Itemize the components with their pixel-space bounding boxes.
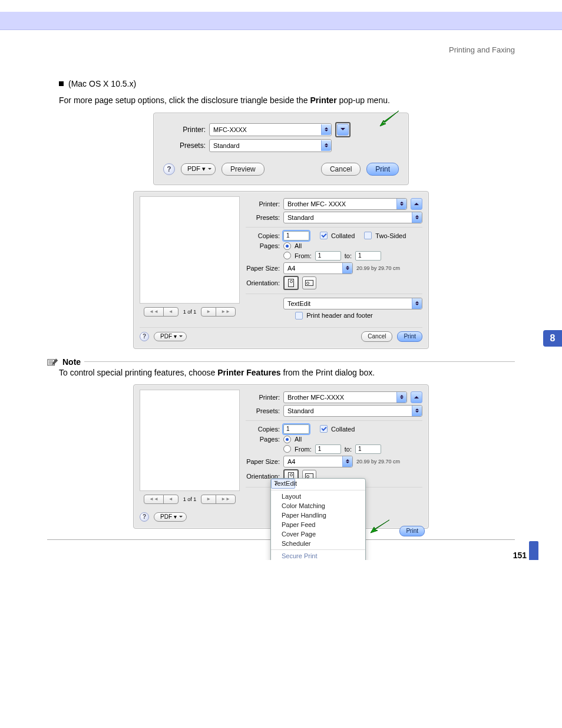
pages-all-label: All [295,436,302,443]
print-dialog-features-menu: ◄◄◄ 1 of 1 ►►► ? PDF ▾ Printer: Brother … [133,384,429,529]
menu-item[interactable]: Color Matching [271,501,365,510]
paper-size-dimensions: 20.99 by 29.70 cm [356,459,400,465]
paper-size-popup[interactable]: A4 [283,262,353,274]
print-button[interactable]: Print [397,331,422,342]
pages-all-label: All [295,242,302,249]
pages-label: Pages: [246,436,280,443]
preview-next-seg[interactable]: ►►► [201,495,236,504]
pages-from-label: From: [295,446,312,453]
pages-range-radio[interactable] [283,252,291,259]
pages-to-label: to: [345,446,352,453]
print-button[interactable]: Print [399,526,425,536]
paper-size-dimensions: 20.99 by 29.70 cm [356,265,400,271]
print-button[interactable]: Print [366,163,399,176]
help-button[interactable]: ? [140,512,149,522]
pages-from-field[interactable]: 1 [315,444,341,454]
note-icon [47,358,59,366]
presets-label: Presets: [246,407,280,414]
note-heading: Note [62,357,81,367]
cancel-button[interactable]: Cancel [321,163,361,176]
printer-popup[interactable]: MFC-XXXX [209,123,332,136]
orientation-portrait-button[interactable] [283,276,299,290]
callout-arrow-icon [368,519,392,534]
pages-to-label: to: [345,252,352,259]
preview-page-counter: 1 of 1 [183,309,197,315]
collated-label: Collated [331,232,355,239]
printer-label: Printer: [246,200,280,207]
presets-popup[interactable]: Standard [283,212,422,223]
preview-page-counter: 1 of 1 [183,496,197,502]
printer-popup[interactable]: Brother MFC-XXXX [283,391,407,403]
print-header-checkbox[interactable] [295,312,303,319]
popup-arrows-icon [412,298,422,309]
preview-prev-seg[interactable]: ◄◄◄ [144,307,178,317]
pages-to-field[interactable]: 1 [355,251,381,261]
disclosure-triangle-button[interactable] [411,391,422,403]
menu-item[interactable]: Paper Handling [271,510,365,520]
collated-checkbox[interactable] [320,425,328,433]
popup-arrows-icon [412,406,422,416]
orientation-landscape-button[interactable] [302,276,316,289]
preview-next-seg[interactable]: ►►► [201,307,236,317]
disclosure-triangle-button[interactable] [337,124,349,136]
collated-checkbox[interactable] [320,232,328,239]
print-dialog-expanded: ◄◄◄ 1 of 1 ►►► Printer: Brother MFC- XXX… [133,191,429,349]
pages-to-field[interactable]: 1 [355,444,381,454]
two-sided-checkbox[interactable] [364,232,372,239]
corner-flag-icon [529,541,538,560]
menu-item[interactable]: Cover Page [271,529,365,539]
preview-button[interactable]: Preview [222,163,265,176]
paper-size-popup[interactable]: A4 [283,456,353,467]
popup-arrows-icon [412,212,422,223]
disclosure-triangle-button[interactable] [411,198,422,210]
paper-size-label: Paper Size: [246,265,280,272]
pages-range-radio[interactable] [283,445,291,453]
popup-arrows-icon [321,140,331,151]
cancel-button[interactable]: Cancel [361,331,392,342]
print-dialog-collapsed: Printer: MFC-XXXX Presets: Standard ? PD… [153,113,409,185]
copies-field[interactable]: 1 [283,424,309,434]
popup-arrows-icon [342,263,352,274]
page-preview [140,390,240,491]
help-button[interactable]: ? [163,163,175,175]
paper-size-label: Paper Size: [246,458,280,465]
copies-label: Copies: [246,426,280,433]
page-number: 151 [513,551,527,560]
note-rule [84,361,515,362]
menu-item-textedit[interactable]: TextEdit [271,479,295,489]
presets-label: Presets: [163,141,206,150]
breadcrumb: Printing and Faxing [47,45,515,54]
panel-popup[interactable]: TextEdit [283,298,422,309]
collated-label: Collated [331,426,355,433]
presets-popup[interactable]: Standard [283,405,422,417]
printer-label: Printer: [246,394,280,401]
preview-prev-seg[interactable]: ◄◄◄ [144,495,178,504]
header-band [0,12,562,30]
pdf-menu-button[interactable]: PDF ▾ [154,332,187,341]
pages-all-radio[interactable] [283,242,291,250]
pages-from-field[interactable]: 1 [315,251,341,261]
menu-item[interactable]: Layout [271,492,365,501]
popup-arrows-icon [396,199,406,209]
chapter-tab: 8 [543,330,562,347]
pdf-menu-button[interactable]: PDF ▾ [181,163,216,175]
copies-label: Copies: [246,232,280,239]
help-button[interactable]: ? [140,332,149,341]
pdf-menu-button[interactable]: PDF ▾ [154,512,187,522]
print-header-label: Print header and footer [306,312,373,319]
copies-field[interactable]: 1 [283,231,309,241]
page-preview [140,196,240,304]
instruction-text: For more page setup options, click the d… [59,94,515,106]
popup-arrows-icon [396,392,406,403]
presets-label: Presets: [246,214,280,221]
menu-item[interactable]: Paper Feed [271,520,365,529]
popup-arrows-icon [321,124,331,135]
pages-from-label: From: [295,252,312,259]
printer-popup[interactable]: Brother MFC- XXXX [283,198,407,210]
callout-arrow-icon [376,110,400,127]
list-bullet-icon [59,81,64,86]
pages-all-radio[interactable] [283,436,291,443]
presets-popup[interactable]: Standard [209,139,332,152]
two-sided-label: Two-Sided [375,232,406,239]
popup-arrows-icon [342,456,352,467]
